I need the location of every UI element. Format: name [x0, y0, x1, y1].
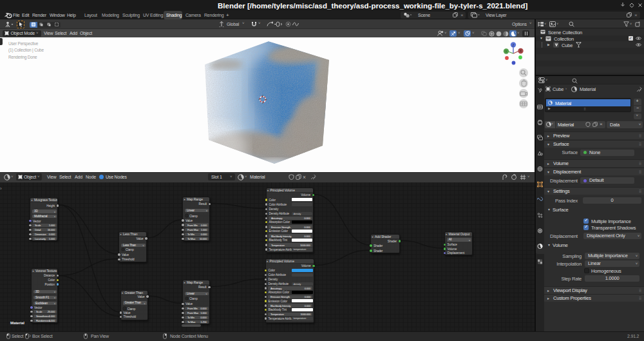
svg-text:Z: Z	[512, 43, 514, 47]
